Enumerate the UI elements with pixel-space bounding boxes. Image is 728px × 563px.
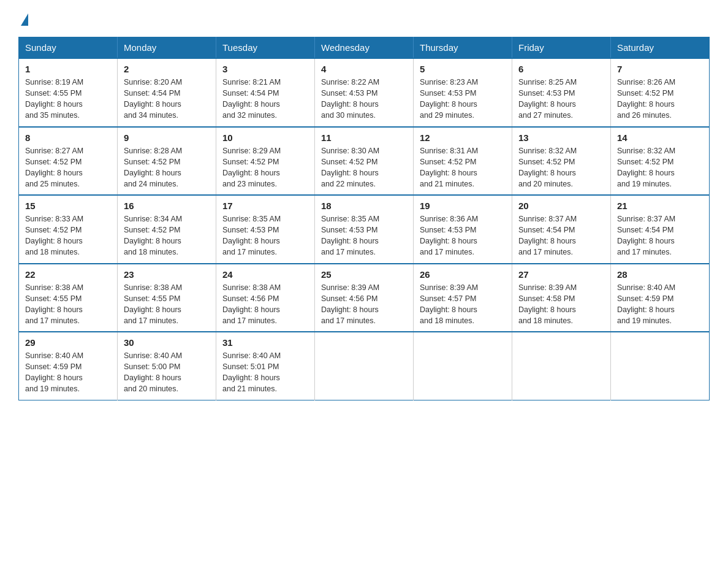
calendar-day-cell: 8Sunrise: 8:27 AMSunset: 4:52 PMDaylight…: [19, 127, 118, 196]
day-of-week-header: Tuesday: [216, 37, 315, 59]
day-info: Sunrise: 8:34 AMSunset: 4:52 PMDaylight:…: [124, 213, 210, 258]
calendar-day-cell: 25Sunrise: 8:39 AMSunset: 4:56 PMDayligh…: [315, 264, 414, 332]
calendar-day-cell: 29Sunrise: 8:40 AMSunset: 4:59 PMDayligh…: [19, 332, 118, 400]
day-number: 7: [617, 64, 703, 74]
day-info: Sunrise: 8:31 AMSunset: 4:52 PMDaylight:…: [420, 145, 506, 190]
calendar-week-row: 15Sunrise: 8:33 AMSunset: 4:52 PMDayligh…: [19, 195, 710, 264]
calendar-day-cell: 23Sunrise: 8:38 AMSunset: 4:55 PMDayligh…: [118, 264, 216, 332]
day-info: Sunrise: 8:35 AMSunset: 4:53 PMDaylight:…: [321, 213, 407, 258]
day-of-week-header: Monday: [118, 37, 216, 59]
calendar-week-row: 8Sunrise: 8:27 AMSunset: 4:52 PMDaylight…: [19, 127, 710, 196]
calendar-day-cell: 2Sunrise: 8:20 AMSunset: 4:54 PMDaylight…: [118, 58, 216, 127]
day-info: Sunrise: 8:40 AMSunset: 4:59 PMDaylight:…: [25, 350, 111, 395]
day-number: 11: [321, 132, 407, 143]
day-of-week-header: Saturday: [611, 37, 710, 59]
day-number: 12: [420, 132, 506, 143]
calendar-day-cell: 7Sunrise: 8:26 AMSunset: 4:52 PMDaylight…: [611, 58, 710, 127]
day-number: 15: [25, 201, 111, 211]
day-of-week-header: Friday: [512, 37, 611, 59]
day-number: 20: [518, 201, 604, 211]
day-number: 29: [25, 337, 111, 348]
day-of-week-header: Wednesday: [315, 37, 414, 59]
calendar-week-row: 22Sunrise: 8:38 AMSunset: 4:55 PMDayligh…: [19, 264, 710, 332]
calendar-week-row: 29Sunrise: 8:40 AMSunset: 4:59 PMDayligh…: [19, 332, 710, 400]
calendar-day-cell: 18Sunrise: 8:35 AMSunset: 4:53 PMDayligh…: [315, 195, 414, 264]
day-number: 6: [518, 64, 604, 74]
calendar-day-cell: 31Sunrise: 8:40 AMSunset: 5:01 PMDayligh…: [216, 332, 315, 400]
calendar-day-cell: [512, 332, 611, 400]
calendar-day-cell: 20Sunrise: 8:37 AMSunset: 4:54 PMDayligh…: [512, 195, 611, 264]
calendar-day-cell: [315, 332, 414, 400]
day-info: Sunrise: 8:33 AMSunset: 4:52 PMDaylight:…: [25, 213, 111, 258]
day-number: 18: [321, 201, 407, 211]
day-info: Sunrise: 8:27 AMSunset: 4:52 PMDaylight:…: [25, 145, 111, 190]
day-number: 5: [420, 64, 506, 74]
day-info: Sunrise: 8:40 AMSunset: 5:00 PMDaylight:…: [124, 350, 210, 395]
calendar-day-cell: 28Sunrise: 8:40 AMSunset: 4:59 PMDayligh…: [611, 264, 710, 332]
calendar-day-cell: 26Sunrise: 8:39 AMSunset: 4:57 PMDayligh…: [414, 264, 512, 332]
day-of-week-header: Sunday: [19, 37, 118, 59]
calendar-day-cell: 13Sunrise: 8:32 AMSunset: 4:52 PMDayligh…: [512, 127, 611, 196]
day-number: 23: [124, 269, 210, 280]
calendar-day-cell: 17Sunrise: 8:35 AMSunset: 4:53 PMDayligh…: [216, 195, 315, 264]
calendar-day-cell: 11Sunrise: 8:30 AMSunset: 4:52 PMDayligh…: [315, 127, 414, 196]
day-number: 25: [321, 269, 407, 280]
day-number: 9: [124, 132, 210, 143]
calendar-day-cell: [414, 332, 512, 400]
day-info: Sunrise: 8:38 AMSunset: 4:55 PMDaylight:…: [124, 282, 210, 327]
day-info: Sunrise: 8:38 AMSunset: 4:56 PMDaylight:…: [222, 282, 308, 327]
day-number: 28: [617, 269, 703, 280]
calendar-day-cell: 24Sunrise: 8:38 AMSunset: 4:56 PMDayligh…: [216, 264, 315, 332]
day-number: 2: [124, 64, 210, 74]
day-number: 26: [420, 269, 506, 280]
day-number: 3: [222, 64, 308, 74]
logo-triangle-icon: [21, 13, 28, 26]
calendar-day-cell: 14Sunrise: 8:32 AMSunset: 4:52 PMDayligh…: [611, 127, 710, 196]
day-info: Sunrise: 8:39 AMSunset: 4:57 PMDaylight:…: [420, 282, 506, 327]
day-info: Sunrise: 8:40 AMSunset: 5:01 PMDaylight:…: [222, 350, 308, 395]
calendar-table: SundayMondayTuesdayWednesdayThursdayFrid…: [18, 37, 710, 400]
day-number: 30: [124, 337, 210, 348]
calendar-day-cell: 4Sunrise: 8:22 AMSunset: 4:53 PMDaylight…: [315, 58, 414, 127]
day-number: 13: [518, 132, 604, 143]
day-number: 8: [25, 132, 111, 143]
day-info: Sunrise: 8:20 AMSunset: 4:54 PMDaylight:…: [124, 77, 210, 121]
day-number: 27: [518, 269, 604, 280]
day-info: Sunrise: 8:21 AMSunset: 4:54 PMDaylight:…: [222, 77, 308, 121]
logo: [18, 12, 28, 25]
day-number: 4: [321, 64, 407, 74]
day-info: Sunrise: 8:30 AMSunset: 4:52 PMDaylight:…: [321, 145, 407, 190]
calendar-day-cell: 12Sunrise: 8:31 AMSunset: 4:52 PMDayligh…: [414, 127, 512, 196]
day-number: 21: [617, 201, 703, 211]
calendar-day-cell: 9Sunrise: 8:28 AMSunset: 4:52 PMDaylight…: [118, 127, 216, 196]
day-info: Sunrise: 8:36 AMSunset: 4:53 PMDaylight:…: [420, 213, 506, 258]
day-info: Sunrise: 8:37 AMSunset: 4:54 PMDaylight:…: [617, 213, 703, 258]
calendar-header-row: SundayMondayTuesdayWednesdayThursdayFrid…: [19, 37, 710, 59]
day-info: Sunrise: 8:28 AMSunset: 4:52 PMDaylight:…: [124, 145, 210, 190]
day-info: Sunrise: 8:22 AMSunset: 4:53 PMDaylight:…: [321, 77, 407, 121]
day-info: Sunrise: 8:19 AMSunset: 4:55 PMDaylight:…: [25, 77, 111, 121]
day-number: 31: [222, 337, 308, 348]
calendar-day-cell: 1Sunrise: 8:19 AMSunset: 4:55 PMDaylight…: [19, 58, 118, 127]
calendar-day-cell: [611, 332, 710, 400]
day-info: Sunrise: 8:35 AMSunset: 4:53 PMDaylight:…: [222, 213, 308, 258]
day-info: Sunrise: 8:26 AMSunset: 4:52 PMDaylight:…: [617, 77, 703, 121]
calendar-day-cell: 6Sunrise: 8:25 AMSunset: 4:53 PMDaylight…: [512, 58, 611, 127]
day-info: Sunrise: 8:23 AMSunset: 4:53 PMDaylight:…: [420, 77, 506, 121]
day-number: 10: [222, 132, 308, 143]
day-info: Sunrise: 8:39 AMSunset: 4:56 PMDaylight:…: [321, 282, 407, 327]
day-number: 22: [25, 269, 111, 280]
day-number: 16: [124, 201, 210, 211]
day-info: Sunrise: 8:32 AMSunset: 4:52 PMDaylight:…: [518, 145, 604, 190]
calendar-day-cell: 3Sunrise: 8:21 AMSunset: 4:54 PMDaylight…: [216, 58, 315, 127]
day-number: 14: [617, 132, 703, 143]
calendar-day-cell: 27Sunrise: 8:39 AMSunset: 4:58 PMDayligh…: [512, 264, 611, 332]
day-number: 24: [222, 269, 308, 280]
calendar-day-cell: 19Sunrise: 8:36 AMSunset: 4:53 PMDayligh…: [414, 195, 512, 264]
day-number: 19: [420, 201, 506, 211]
calendar-day-cell: 22Sunrise: 8:38 AMSunset: 4:55 PMDayligh…: [19, 264, 118, 332]
calendar-day-cell: 5Sunrise: 8:23 AMSunset: 4:53 PMDaylight…: [414, 58, 512, 127]
day-of-week-header: Thursday: [414, 37, 512, 59]
calendar-day-cell: 30Sunrise: 8:40 AMSunset: 5:00 PMDayligh…: [118, 332, 216, 400]
day-number: 1: [25, 64, 111, 74]
